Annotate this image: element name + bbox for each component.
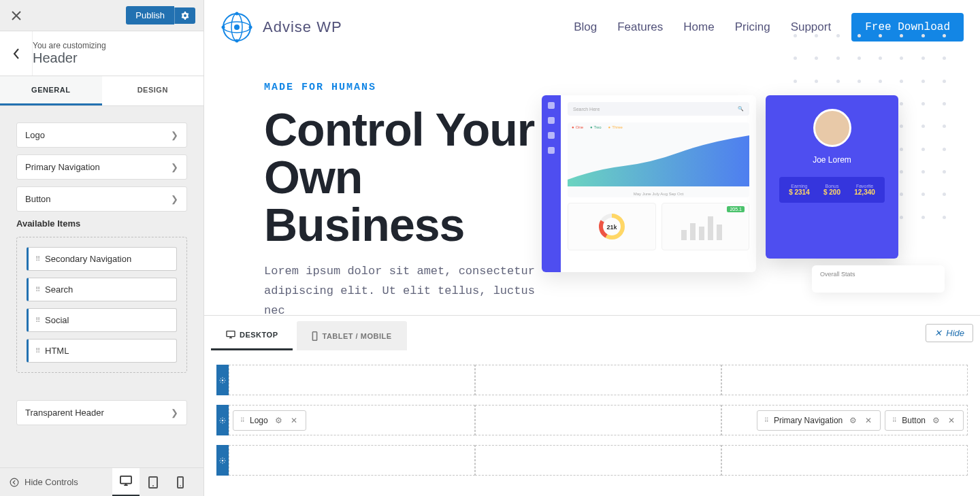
dash-pie-value: 21k [606,224,617,231]
publish-settings-button[interactable] [174,7,195,24]
svg-point-12 [249,26,252,29]
nav-link-features[interactable]: Features [617,20,663,34]
nav-link-home[interactable]: Home [683,20,714,34]
device-desktop-button[interactable] [112,468,140,497]
close-customizer-button[interactable] [8,7,24,24]
site-preview: Advise WP Blog Features Home Pricing Sup… [204,0,980,315]
svg-point-0 [10,478,18,486]
builder-tab-mobile[interactable]: TABLET / MOBILE [297,321,406,350]
sidebar-header: You are customizing Header [0,31,203,76]
nav-link-blog[interactable]: Blog [574,20,597,34]
builder-cell[interactable] [229,445,475,476]
drag-handle-icon: ⠿ [764,417,768,424]
builder-cell[interactable] [721,445,968,476]
svg-rect-23 [313,331,317,340]
drag-handle-icon: ⠿ [35,255,39,263]
publish-button[interactable]: Publish [126,6,174,24]
row-settings-button[interactable] [216,445,229,476]
hide-builder-button[interactable]: ✕ Hide [926,324,973,342]
item-logo[interactable]: Logo ❯ [16,122,187,148]
available-item-label: Secondary Navigation [45,254,131,264]
chevron-right-icon: ❯ [171,162,178,172]
profile-card-mockup: Joe Lorem Earning$ 2314 Bonus$ 200 Favor… [766,95,898,259]
item-primary-navigation[interactable]: Primary Navigation ❯ [16,154,187,180]
builder-cell[interactable] [229,365,475,395]
sidebar-topbar: Publish [0,0,203,31]
builder-cell[interactable]: ⠿ Primary Navigation ⚙ ✕ ⠿ Button ⚙ ✕ [721,405,968,435]
tab-general[interactable]: GENERAL [0,76,102,105]
close-icon[interactable]: ✕ [947,416,956,425]
builder-tab-desktop[interactable]: DESKTOP [211,321,293,350]
available-search[interactable]: ⠿ Search [27,278,177,301]
svg-rect-20 [708,216,713,240]
builder-rows: ⠿ Logo ⚙ ✕ ⠿ Primary Navigation ⚙ ✕ [204,351,980,489]
svg-rect-19 [699,227,704,240]
close-icon[interactable]: ✕ [289,416,299,425]
nav-link-pricing[interactable]: Pricing [735,20,770,34]
drag-handle-icon: ⠿ [35,286,39,293]
available-social[interactable]: ⠿ Social [27,308,177,332]
chevron-right-icon: ❯ [171,408,178,418]
nav-link-support[interactable]: Support [791,20,832,34]
back-button[interactable] [0,31,33,76]
stat-value: $ 200 [823,188,840,196]
sidebar-footer: Hide Controls [0,467,203,496]
sidebar-content: Logo ❯ Primary Navigation ❯ Button ❯ Ava… [0,106,203,467]
svg-rect-17 [681,230,687,240]
stat-label: Favorite [854,184,875,188]
available-item-label: Search [45,284,73,295]
builder-cell[interactable] [475,365,721,395]
builder-row-top [216,365,968,395]
row-settings-button[interactable] [216,365,229,395]
builder-tab-label: TABLET / MOBILE [322,332,391,340]
sidebar-tabs: GENERAL DESIGN [0,76,203,106]
avatar-icon [813,109,851,147]
available-items-label: Available Items [16,218,187,229]
available-html[interactable]: ⠿ HTML [27,339,177,363]
builder-chip-logo[interactable]: ⠿ Logo ⚙ ✕ [233,410,306,431]
dash-months: May June July Aug Sep Oct [568,192,749,196]
builder-chip-primary-nav[interactable]: ⠿ Primary Navigation ⚙ ✕ [757,410,881,431]
device-mobile-button[interactable] [167,468,194,497]
builder-chip-button[interactable]: ⠿ Button ⚙ ✕ [885,410,964,431]
available-items-box: ⠿ Secondary Navigation ⠿ Search ⠿ Social… [16,237,187,373]
gear-icon[interactable]: ⚙ [274,416,284,425]
builder-cell[interactable] [475,405,721,435]
svg-point-25 [222,419,224,421]
close-icon[interactable]: ✕ [864,416,873,425]
available-item-label: Social [45,315,69,325]
header-builder: DESKTOP TABLET / MOBILE ✕ Hide [204,315,980,496]
builder-cell[interactable] [475,445,721,476]
builder-tab-label: DESKTOP [240,331,278,339]
builder-cell[interactable]: ⠿ Logo ⚙ ✕ [229,405,475,435]
hero-description: Lorem ipsum dolor sit amet, consectetur … [264,262,557,315]
section-title: Header [33,50,194,66]
site-brand[interactable]: Advise WP [220,11,342,44]
svg-rect-1 [120,476,131,484]
hero-graphic: Search Here🔍 OneTwoThree May June July A… [542,34,964,211]
builder-row-bottom [216,445,968,476]
builder-cell[interactable] [721,365,968,395]
gear-icon[interactable]: ⚙ [848,416,858,425]
item-transparent-header[interactable]: Transparent Header ❯ [16,400,187,425]
item-button[interactable]: Button ❯ [16,186,187,212]
chevron-right-icon: ❯ [171,130,178,140]
tab-design[interactable]: DESIGN [102,76,204,105]
item-label: Primary Navigation [25,162,100,172]
builder-tabs-row: DESKTOP TABLET / MOBILE ✕ Hide [204,316,980,351]
hide-controls-button[interactable]: Hide Controls [10,477,78,487]
available-item-label: HTML [45,346,69,356]
device-switcher [112,468,194,497]
hide-label: Hide [946,328,964,338]
overall-stats-card: Overall Stats [812,265,945,293]
stat-value: 12,340 [854,188,875,196]
brand-name: Advise WP [263,18,342,36]
svg-rect-21 [717,225,722,240]
available-secondary-navigation[interactable]: ⠿ Secondary Navigation [27,247,177,271]
svg-point-26 [222,459,224,461]
gear-icon[interactable]: ⚙ [931,416,941,425]
row-settings-button[interactable] [216,405,229,435]
svg-rect-18 [690,223,696,240]
device-tablet-button[interactable] [140,468,167,497]
hide-controls-label: Hide Controls [24,477,78,487]
